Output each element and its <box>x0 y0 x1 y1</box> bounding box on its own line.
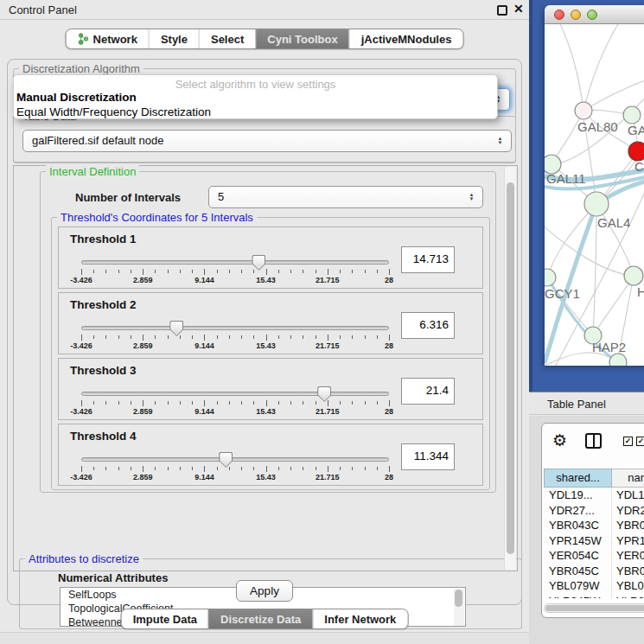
panel-title: Control Panel <box>9 3 77 16</box>
close-icon[interactable]: ✕ <box>513 2 524 16</box>
cell-name[interactable]: YDL1 <box>612 488 644 503</box>
settings-scroll-panel: Interval Definition Number of Intervals … <box>13 165 518 571</box>
table-toolbar: ⚙ ✓ ✓ <box>542 424 644 462</box>
node-label: H <box>637 284 644 299</box>
network-icon <box>78 33 89 45</box>
float-window-icon[interactable] <box>497 5 507 16</box>
cell-name[interactable]: YDR2 <box>612 503 644 519</box>
slider-ticks <box>81 335 389 341</box>
node-label: GCY1 <box>545 286 580 301</box>
network-node-ga[interactable] <box>623 106 641 124</box>
table-row[interactable]: YDR27...YDR2 <box>544 503 644 519</box>
network-node-h[interactable] <box>624 266 643 285</box>
tab-network[interactable]: Network <box>67 29 149 48</box>
table-data-value: galFiltered.sif default node <box>32 134 163 147</box>
slider-track[interactable] <box>81 326 389 330</box>
cell-name[interactable]: YBR0 <box>612 564 644 579</box>
cell-name[interactable]: YER0 <box>612 548 644 564</box>
close-traffic-light[interactable] <box>554 10 564 20</box>
zoom-traffic-light[interactable] <box>587 10 597 20</box>
cell-shared-name[interactable]: YLR345W <box>544 594 612 599</box>
threshold-value-field[interactable]: 11.344 <box>401 443 455 470</box>
threshold-slider[interactable] <box>81 388 389 400</box>
table-row[interactable]: YLR345WYLR3 <box>544 594 644 599</box>
cell-shared-name[interactable]: YDR27... <box>544 503 612 519</box>
table-data-combobox[interactable]: galFiltered.sif default node ▲▼ <box>22 130 512 152</box>
combo-arrows-icon: ▲▼ <box>496 133 504 149</box>
interval-definition-group: Interval Definition Number of Intervals … <box>40 171 496 493</box>
tab-style[interactable]: Style <box>149 29 199 48</box>
slider-tick-labels: -3.4262.8599.14415.4321.71528 <box>81 473 389 482</box>
slider-tick-labels: -3.4262.8599.14415.4321.71528 <box>81 276 389 285</box>
cyni-toolbox-panel: Discretization Algorithm ▲▼ Select algor… <box>7 59 522 605</box>
tab-jactivemnodules[interactable]: jActiveMNodules <box>349 29 463 48</box>
slider-tick-labels: -3.4262.8599.14415.4321.71528 <box>81 341 389 351</box>
scrollbar-thumb[interactable] <box>545 605 644 611</box>
cell-shared-name[interactable]: YDL19... <box>544 488 612 503</box>
slider-ticks <box>81 466 389 473</box>
thresholds-group: Threshold's Coordinates for 5 Intervals … <box>51 217 490 490</box>
column-header-name[interactable]: name <box>612 469 644 488</box>
tab-discretize-data[interactable]: Discretize Data <box>208 609 312 628</box>
dropdown-option-equal-width-frequency[interactable]: Equal Width/Frequency Discretization <box>16 105 211 118</box>
threshold-value-field[interactable]: 14.713 <box>401 246 455 273</box>
select-columns-icon[interactable]: ✓ <box>623 437 633 446</box>
node-label: C <box>634 159 644 174</box>
cell-name[interactable]: YBR0 <box>612 518 644 533</box>
table-row[interactable]: YER054CYER0 <box>544 548 644 564</box>
select-all-columns-icon[interactable]: ✓ <box>636 437 644 446</box>
split-view-icon[interactable] <box>585 433 602 449</box>
threshold-slider[interactable] <box>81 322 389 335</box>
network-node-gal80[interactable] <box>575 102 592 119</box>
table-row[interactable]: YBR043CYBR0 <box>544 518 644 533</box>
apply-button[interactable]: Apply <box>236 580 293 602</box>
threshold-label: Threshold 3 <box>70 364 137 377</box>
table-panel-title: Table Panel <box>547 398 606 411</box>
column-header-shared-name[interactable]: shared... <box>544 469 612 488</box>
cell-name[interactable]: YLR3 <box>612 594 644 599</box>
cell-shared-name[interactable]: YBR045C <box>544 564 612 579</box>
threshold-value-field[interactable]: 21.4 <box>401 378 455 405</box>
slider-track[interactable] <box>81 260 389 265</box>
settings-scrollbar[interactable] <box>504 167 516 570</box>
network-node-gcy1[interactable] <box>545 269 556 286</box>
tab-select[interactable]: Select <box>199 29 255 48</box>
cell-name[interactable]: YPR1 <box>612 533 644 549</box>
threshold-value-field[interactable]: 6.316 <box>401 312 455 339</box>
network-node-gal4[interactable] <box>584 192 609 216</box>
table-row[interactable]: YBR045CYBR0 <box>544 564 644 579</box>
number-of-intervals-combobox[interactable]: 5 ▲▼ <box>208 186 483 208</box>
network-node-c[interactable] <box>628 142 644 161</box>
node-label: GAL11 <box>546 171 586 186</box>
cell-shared-name[interactable]: YBR043C <box>544 518 612 533</box>
interval-definition-legend: Interval Definition <box>46 165 139 178</box>
slider-track[interactable] <box>81 457 389 462</box>
threshold-slider[interactable] <box>81 454 389 466</box>
node-label: GA <box>628 123 644 137</box>
dropdown-option-manual-discretization[interactable]: Manual Discretization <box>16 91 137 104</box>
scrollbar-thumb[interactable] <box>507 182 514 554</box>
gear-icon[interactable]: ⚙ <box>552 431 567 450</box>
network-graph[interactable]: GAL80GACGAL11GAL4GCY1HHAP2 <box>545 24 644 366</box>
table-horizontal-scrollbar[interactable] <box>544 603 644 613</box>
slider-track[interactable] <box>81 392 389 396</box>
threshold-label: Threshold 4 <box>70 430 137 443</box>
cytoscape-app: Control Panel ✕ Network Style Select Cyn… <box>0 0 644 644</box>
cell-shared-name[interactable]: YER054C <box>544 548 612 564</box>
list-scrollbar[interactable] <box>454 589 464 627</box>
cell-shared-name[interactable]: YPR145W <box>544 533 612 549</box>
network-window-titlebar[interactable] <box>545 5 644 24</box>
control-panel-tabs: Network Style Select Cyni Toolbox jActiv… <box>66 29 464 49</box>
cell-name[interactable]: YBL0 <box>612 578 644 594</box>
tab-infer-network[interactable]: Infer Network <box>312 609 407 628</box>
threshold-slider[interactable] <box>81 257 389 269</box>
minimize-traffic-light[interactable] <box>571 10 581 20</box>
tab-cyni-toolbox[interactable]: Cyni Toolbox <box>255 29 348 48</box>
table-row[interactable]: YDL19...YDL1 <box>544 488 644 503</box>
cell-shared-name[interactable]: YBL079W <box>544 578 612 594</box>
tab-impute-data[interactable]: Impute Data <box>122 609 208 628</box>
network-node[interactable] <box>609 354 627 366</box>
network-canvas[interactable]: GAL80GACGAL11GAL4GCY1HHAP2 <box>545 24 644 366</box>
table-row[interactable]: YPR145WYPR1 <box>544 533 644 549</box>
table-row[interactable]: YBL079WYBL0 <box>544 578 644 594</box>
